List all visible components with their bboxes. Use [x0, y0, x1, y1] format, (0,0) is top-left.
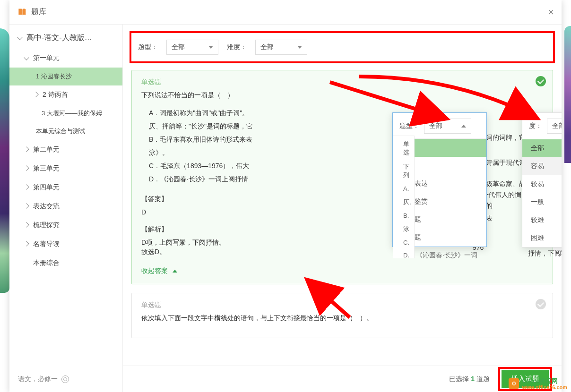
question-card-1[interactable]: 单选题 下列说法不恰当的一项是（ ） A．词最初称为"曲词"或"曲子词"。 仄、… [131, 70, 553, 284]
diff-option-all[interactable]: 全部 [522, 139, 562, 157]
diff-option-easy[interactable]: 容易 [522, 157, 562, 175]
popover-type-select[interactable]: 全部 [424, 119, 471, 134]
sidebar-book[interactable]: 高中-语文-人教版… [9, 27, 122, 49]
sidebar-unit-2[interactable]: 第二单元 [9, 140, 122, 159]
sidebar-unit-3[interactable]: 第三单元 [9, 159, 122, 178]
chevron-down-icon [297, 46, 302, 49]
footer-bar: 已选择 1 道题 插入试题 [123, 366, 562, 392]
question-stem: 依次填入下面一段文字中横线处的语句，与上下文衔接最恰当的一项是（ ）。 [141, 314, 543, 323]
sidebar-footer: 语文，必修一 [9, 366, 122, 392]
question-card-2[interactable]: 单选题 依次填入下面一段文字中横线处的语句，与上下文衔接最恰当的一项是（ ）。 [131, 293, 553, 338]
modal-title: 题库 [31, 7, 46, 17]
watermark-logo-icon: O [509, 378, 519, 389]
chevron-right-icon [24, 146, 29, 152]
modal-header: 题库 × [9, 0, 562, 25]
sidebar-unit-bookall[interactable]: 本册综合 [9, 254, 122, 273]
chevron-right-icon [24, 222, 29, 227]
chevron-right-icon [24, 241, 29, 246]
sidebar-item-qinyuanchun[interactable]: 1 沁园春长沙 [9, 68, 122, 85]
sidebar-item-unit1-test[interactable]: 本单元综合与测试 [9, 122, 122, 140]
close-icon[interactable]: × [548, 7, 554, 17]
filter-type-label: 题型： [138, 43, 158, 51]
collapse-answer-button[interactable]: 收起答案 [141, 267, 543, 275]
diff-option-harder[interactable]: 较难 [522, 211, 562, 229]
chevron-up-icon [461, 125, 466, 128]
sidebar-book-label: 高中-语文-人教版… [26, 33, 92, 43]
question-type: 单选题 [141, 78, 543, 86]
chevron-right-icon [33, 92, 38, 97]
sidebar: 高中-语文-人教版… 第一单元 1 沁园春长沙 2 诗两首 3 大堰河——我的保… [9, 25, 123, 392]
sidebar-unit-4[interactable]: 第四单元 [9, 178, 122, 197]
type-dropdown-popover: 题型： 全部 全部 默写 语言表达 诗歌鉴赏 解答题 单选题 单选 下列 [392, 112, 487, 247]
selected-count: 已选择 1 道题 [449, 375, 490, 383]
sidebar-item-dayanhe[interactable]: 3 大堰河——我的保姆 [9, 104, 122, 122]
unselected-check-icon[interactable] [536, 299, 546, 309]
gear-icon[interactable] [61, 375, 69, 383]
sidebar-footer-text: 语文，必修一 [18, 375, 58, 383]
diff-option-list: 全部 容易 较易 一般 较难 困难 [522, 139, 562, 247]
book-icon [17, 8, 26, 17]
sidebar-unit-express[interactable]: 表达交流 [9, 197, 122, 216]
sidebar-item-shiliangshou[interactable]: 2 诗两首 [9, 85, 122, 104]
filter-type-select[interactable]: 全部 [166, 40, 218, 55]
selected-check-icon[interactable] [536, 76, 546, 86]
filter-diff-label: 难度： [227, 43, 247, 51]
sidebar-unit-1[interactable]: 第一单元 [9, 49, 122, 68]
question-stem: 下列说法不恰当的一项是（ ） [141, 91, 543, 100]
question-bank-modal: 题库 × 高中-语文-人教版… 第一单元 1 沁园春长沙 2 诗两首 3 大堰河… [9, 0, 562, 392]
sidebar-unit-explore[interactable]: 梳理探究 [9, 216, 122, 235]
popover-diff-select[interactable]: 全部 [547, 119, 562, 134]
chevron-right-icon [24, 203, 29, 208]
chevron-down-icon [208, 46, 213, 49]
chevron-right-icon [24, 184, 29, 189]
chevron-up-icon [173, 270, 177, 273]
watermark: O Office教程网 www.office26.com [509, 377, 567, 390]
filter-diff-select[interactable]: 全部 [255, 40, 307, 55]
diff-option-hard[interactable]: 困难 [522, 229, 562, 247]
chevron-down-icon [17, 34, 22, 40]
filter-bar: 题型： 全部 难度： 全部 [130, 31, 555, 63]
chevron-down-icon [24, 55, 29, 60]
difficulty-dropdown-popover: 度： 全部 全部 容易 较易 一般 较难 困难 [522, 112, 562, 247]
sidebar-unit-classics[interactable]: 名著导读 [9, 235, 122, 254]
diff-option-normal[interactable]: 一般 [522, 193, 562, 211]
main-area: 题型： 全部 难度： 全部 单选题 下列说法不恰当的一项是（ ） A．词最初称为… [123, 25, 562, 392]
chevron-right-icon [24, 165, 29, 170]
question-type: 单选题 [141, 301, 543, 309]
diff-option-easier[interactable]: 较易 [522, 175, 562, 193]
